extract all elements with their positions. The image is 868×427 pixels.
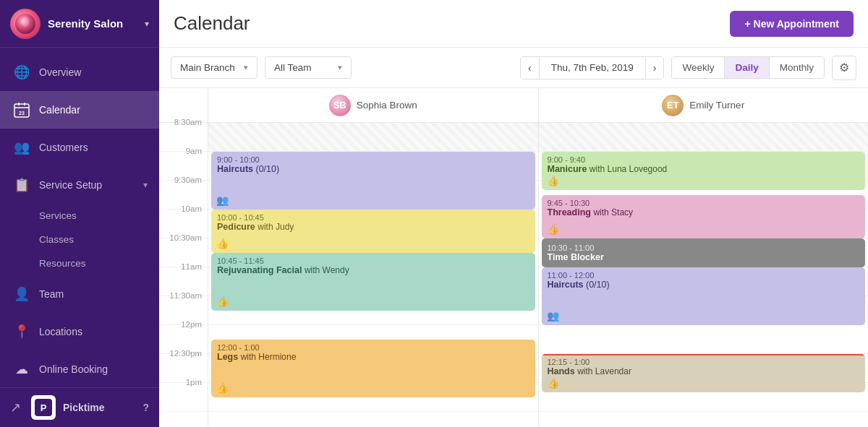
appt-service: Rejuvanating Facial with Wendy [217, 265, 349, 275]
sidebar-item-online-booking[interactable]: ☁ Online Booking [0, 350, 159, 387]
sidebar-item-calendar[interactable]: 23 Calendar [0, 91, 159, 129]
appointment-emily-time-blocker[interactable]: 10:30 - 11:00 Time Blocker [542, 238, 866, 267]
sidebar-label-customers: Customers [39, 142, 148, 153]
service-setup-icon: 📋 [12, 175, 32, 195]
main-content: Calendar + New Appointment Main Branch ▾… [159, 0, 868, 427]
appt-service: Manicure with Luna Lovegood [548, 164, 668, 174]
overview-icon: 🌐 [12, 62, 32, 82]
sidebar-item-overview[interactable]: 🌐 Overview [0, 53, 159, 91]
appt-like-icon: 👍 [547, 175, 559, 186]
appt-like-icon: 👍 [547, 223, 559, 235]
team-selector[interactable]: All Team ▾ [265, 56, 352, 79]
branch-selector[interactable]: Main Branch ▾ [171, 56, 258, 79]
staff-columns: SB Sophia Brown [208, 88, 868, 427]
appt-with: with Lavendar [577, 366, 631, 376]
brand-logo-area[interactable]: Serenity Salon ▾ [0, 0, 159, 48]
appointment-sophia-legs[interactable]: 12:00 - 1:00 Legs with Hermione 👍 [211, 340, 535, 397]
customers-icon: 👥 [12, 137, 32, 158]
classes-label: Classes [39, 234, 74, 245]
appt-with: with Hermione [241, 352, 297, 362]
prev-date-button[interactable]: ‹ [521, 57, 540, 79]
sidebar-label-locations: Locations [39, 326, 148, 337]
daily-view-button[interactable]: Daily [725, 57, 769, 78]
sidebar-item-locations[interactable]: 📍 Locations [0, 313, 159, 350]
team-label: All Team [274, 62, 312, 73]
appt-time: 10:30 - 11:00 [548, 243, 604, 252]
staff-body-sophia[interactable]: 9:00 - 10:00 Haircuts (0/10) 👥 10:00 - 1… [208, 123, 538, 412]
staff-name-sophia: Sophia Brown [357, 100, 417, 111]
sidebar-label-online-booking: Online Booking [39, 363, 148, 375]
staff-header-sophia: SB Sophia Brown [208, 88, 538, 123]
appt-service: Threading with Stacy [548, 207, 634, 217]
time-column: 8:30am 9am 9:30am 10am 10:30am 11am 11:3… [159, 88, 208, 427]
sidebar-label-service-setup: Service Setup [39, 179, 143, 191]
appointment-emily-hands[interactable]: 12:15 - 1:00 Hands with Lavendar 👍 [542, 354, 866, 392]
locations-icon: 📍 [12, 322, 32, 342]
appt-with: with Stacy [593, 207, 633, 217]
settings-icon: ⚙ [839, 61, 849, 74]
appt-time: 9:45 - 10:30 [548, 199, 860, 207]
sidebar-label-overview: Overview [39, 66, 148, 78]
branch-label: Main Branch [180, 62, 235, 73]
appt-group-icon: 👥 [216, 194, 229, 206]
appt-service: Time Blocker [548, 252, 604, 262]
appt-service: Haircuts (0/10) [217, 164, 279, 174]
calendar-area: 8:30am 9am 9:30am 10am 10:30am 11am 11:3… [159, 88, 868, 427]
picktime-logo: P [31, 395, 56, 420]
appt-time: 10:00 - 10:45 [217, 213, 529, 222]
appt-time: 9:00 - 9:40 [548, 155, 860, 164]
appointment-sophia-haircuts[interactable]: 9:00 - 10:00 Haircuts (0/10) 👥 [211, 152, 535, 210]
exit-icon[interactable]: ↗ [10, 400, 21, 415]
sidebar: Serenity Salon ▾ 🌐 Overview 23 Calendar … [0, 0, 159, 427]
brand-name: Serenity Salon [48, 17, 145, 30]
online-booking-icon: ☁ [12, 359, 32, 379]
sidebar-item-team[interactable]: 👤 Team [0, 275, 159, 313]
avatar-emily: ET [662, 95, 684, 116]
toolbar: Main Branch ▾ All Team ▾ ‹ Thu, 7th Feb,… [159, 48, 868, 88]
new-appointment-button[interactable]: + New Appointment [730, 11, 854, 37]
staff-column-sophia: SB Sophia Brown [208, 88, 539, 427]
appt-time: 11:00 - 12:00 [548, 271, 860, 280]
services-label: Services [39, 210, 77, 221]
appt-with: with Judy [258, 222, 294, 232]
time-slot-1: 1pm [159, 383, 208, 412]
staff-column-emily: ET Emily Turner [539, 88, 869, 427]
calendar-icon: 23 [12, 100, 32, 120]
staff-header-emily: ET Emily Turner [539, 88, 869, 123]
brand-chevron-icon: ▾ [145, 19, 149, 29]
sidebar-label-calendar: Calendar [39, 104, 148, 116]
sidebar-item-customers[interactable]: 👥 Customers [0, 129, 159, 166]
help-button[interactable]: ? [142, 402, 149, 413]
appointment-emily-manicure[interactable]: 9:00 - 9:40 Manicure with Luna Lovegood … [542, 152, 866, 190]
current-date-label: Thu, 7th Feb, 2019 [540, 57, 645, 78]
appt-like-icon: 👍 [547, 377, 559, 389]
appt-time: 12:15 - 1:00 [548, 358, 860, 366]
sidebar-item-classes[interactable]: Classes [39, 228, 159, 251]
sidebar-nav: 🌐 Overview 23 Calendar 👥 Customers 📋 Ser… [0, 48, 159, 387]
service-setup-chevron-icon: ▾ [143, 180, 148, 190]
appointment-emily-threading[interactable]: 9:45 - 10:30 Threading with Stacy 👍 [542, 195, 866, 238]
weekly-view-button[interactable]: Weekly [672, 57, 725, 78]
sidebar-item-service-setup[interactable]: 📋 Service Setup ▾ [0, 166, 159, 204]
sidebar-footer: ↗ P Picktime ? [0, 387, 159, 427]
appointment-sophia-pedicure[interactable]: 10:00 - 10:45 Pedicure with Judy 👍 [211, 210, 535, 253]
appt-with: with Wendy [305, 265, 349, 275]
staff-body-emily[interactable]: 9:00 - 9:40 Manicure with Luna Lovegood … [539, 123, 869, 412]
svg-text:23: 23 [19, 111, 25, 116]
appt-with: with Luna Lovegood [590, 164, 667, 174]
brand-logo-image [10, 9, 41, 39]
monthly-view-button[interactable]: Monthly [770, 57, 824, 78]
avatar-sophia: SB [329, 95, 351, 116]
appointment-sophia-facial[interactable]: 10:45 - 11:45 Rejuvanating Facial with W… [211, 253, 535, 311]
footer-brand-name: Picktime [63, 402, 135, 413]
sidebar-item-resources[interactable]: Resources [39, 251, 159, 275]
next-date-button[interactable]: › [645, 57, 664, 79]
appt-service: Legs with Hermione [217, 352, 296, 362]
appointment-emily-haircuts[interactable]: 11:00 - 12:00 Haircuts (0/10) 👥 [542, 267, 866, 325]
appt-like-icon: 👍 [216, 382, 229, 394]
settings-button[interactable]: ⚙ [832, 56, 856, 80]
sidebar-item-services[interactable]: Services [39, 204, 159, 228]
appt-time: 9:00 - 10:00 [217, 155, 529, 164]
resources-label: Resources [39, 258, 86, 269]
current-time-indicator [542, 354, 866, 355]
